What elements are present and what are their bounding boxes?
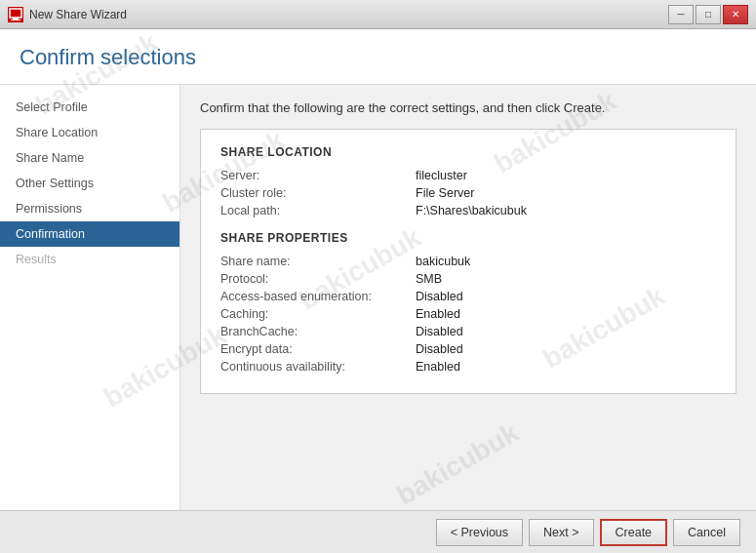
continuous-availability-value: Enabled <box>416 360 460 374</box>
table-row: Access-based enumeration: Disabled <box>220 290 716 303</box>
minimize-button[interactable]: ─ <box>668 5 694 24</box>
title-bar: New Share Wizard ─ □ ✕ <box>0 0 756 29</box>
share-properties-section-title: SHARE PROPERTIES <box>220 231 716 245</box>
caching-value: Enabled <box>416 307 460 321</box>
main-panel: Confirm that the following are the corre… <box>180 85 756 510</box>
encrypt-data-value: Disabled <box>416 342 463 356</box>
branchcache-value: Disabled <box>416 325 463 338</box>
encrypt-data-label: Encrypt data: <box>220 342 416 356</box>
settings-box: SHARE LOCATION Server: filecluster Clust… <box>200 129 736 394</box>
table-row: Local path: F:\Shares\bakicubuk <box>220 204 716 217</box>
branchcache-label: BranchCache: <box>220 325 416 338</box>
cluster-role-value: File Server <box>416 186 474 200</box>
table-row: Protocol: SMB <box>220 272 716 286</box>
share-name-label: Share name: <box>220 255 416 268</box>
table-row: Continuous availability: Enabled <box>220 360 716 374</box>
previous-button[interactable]: < Previous <box>436 519 523 546</box>
server-label: Server: <box>220 169 416 182</box>
sidebar-item-share-name[interactable]: Share Name <box>0 145 179 171</box>
table-row: Encrypt data: Disabled <box>220 342 716 356</box>
continuous-availability-label: Continuous availability: <box>220 360 416 374</box>
title-bar-left: New Share Wizard <box>8 7 127 22</box>
sidebar-item-results: Results <box>0 247 179 272</box>
sidebar-item-share-location[interactable]: Share Location <box>0 120 179 145</box>
sidebar-item-select-profile[interactable]: Select Profile <box>0 95 179 120</box>
caching-label: Caching: <box>220 307 416 321</box>
footer: < Previous Next > Create Cancel <box>0 510 756 553</box>
main-description: Confirm that the following are the corre… <box>200 100 736 115</box>
access-based-value: Disabled <box>416 290 463 303</box>
svg-rect-0 <box>10 9 21 18</box>
page-header: Confirm selections <box>0 29 756 85</box>
window-body: Confirm selections Select Profile Share … <box>0 29 756 553</box>
page-title: Confirm selections <box>20 45 736 70</box>
share-location-section-title: SHARE LOCATION <box>220 145 716 159</box>
cluster-role-label: Cluster role: <box>220 186 416 200</box>
server-value: filecluster <box>416 169 467 182</box>
share-name-value: bakicubuk <box>416 255 470 268</box>
svg-rect-1 <box>13 18 19 20</box>
svg-rect-2 <box>11 20 20 20</box>
table-row: Caching: Enabled <box>220 307 716 321</box>
protocol-label: Protocol: <box>220 272 416 286</box>
app-icon <box>8 7 23 22</box>
table-row: Share name: bakicubuk <box>220 255 716 268</box>
sidebar-item-other-settings[interactable]: Other Settings <box>0 171 179 196</box>
next-button[interactable]: Next > <box>529 519 593 546</box>
window-controls: ─ □ ✕ <box>668 5 748 24</box>
table-row: Server: filecluster <box>220 169 716 182</box>
sidebar: Select Profile Share Location Share Name… <box>0 85 180 510</box>
protocol-value: SMB <box>416 272 442 286</box>
local-path-value: F:\Shares\bakicubuk <box>416 204 527 217</box>
close-button[interactable]: ✕ <box>723 5 748 24</box>
table-row: BranchCache: Disabled <box>220 325 716 338</box>
restore-button[interactable]: □ <box>696 5 721 24</box>
access-based-label: Access-based enumeration: <box>220 290 416 303</box>
table-row: Cluster role: File Server <box>220 186 716 200</box>
local-path-label: Local path: <box>220 204 416 217</box>
create-button[interactable]: Create <box>600 519 668 546</box>
cancel-button[interactable]: Cancel <box>673 519 740 546</box>
content-area: Select Profile Share Location Share Name… <box>0 85 756 510</box>
window-title: New Share Wizard <box>29 8 127 21</box>
sidebar-item-confirmation[interactable]: Confirmation <box>0 221 179 247</box>
sidebar-item-permissions[interactable]: Permissions <box>0 196 179 221</box>
